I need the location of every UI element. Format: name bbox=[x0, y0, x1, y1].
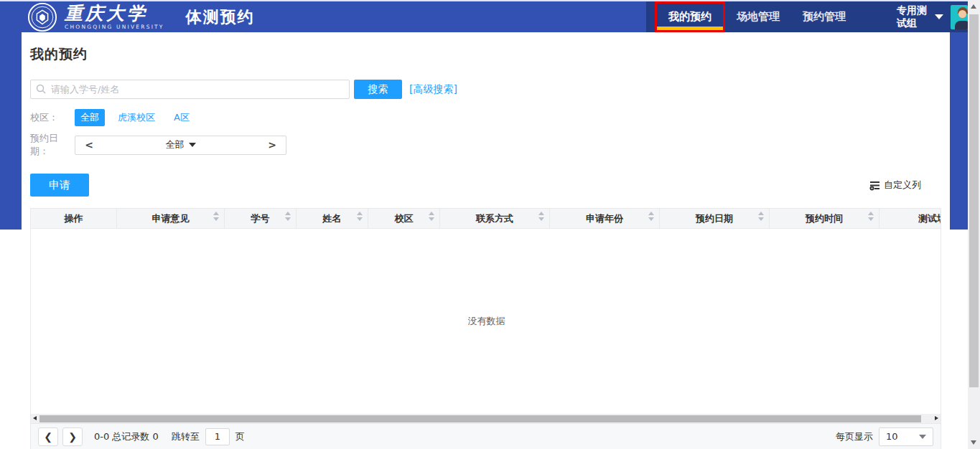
column-header-4[interactable]: 校区 bbox=[368, 209, 440, 228]
record-count-summary: 0-0 总记录数 0 bbox=[94, 430, 159, 443]
search-input[interactable] bbox=[30, 80, 350, 99]
date-filter-row: 预约日期： < 全部 > bbox=[30, 132, 941, 158]
scroll-down-arrow-icon[interactable] bbox=[971, 440, 976, 445]
page-unit-label: 页 bbox=[235, 430, 245, 443]
column-header-5[interactable]: 联系方式 bbox=[440, 209, 550, 228]
campus-option-2[interactable]: A区 bbox=[168, 109, 195, 126]
per-page-select[interactable]: 10 bbox=[879, 427, 933, 446]
date-filter-label: 预约日期： bbox=[30, 132, 75, 158]
sort-icon[interactable] bbox=[538, 212, 544, 221]
column-header-label: 预约时间 bbox=[806, 212, 843, 225]
advanced-search-link[interactable]: [高级搜索] bbox=[409, 83, 457, 96]
chevron-down-icon bbox=[189, 143, 196, 147]
date-value-dropdown[interactable]: 全部 bbox=[166, 138, 196, 151]
sort-icon[interactable] bbox=[429, 212, 434, 221]
campus-option-0[interactable]: 全部 bbox=[75, 109, 105, 126]
column-header-label: 学号 bbox=[251, 212, 270, 225]
active-tab-underline bbox=[657, 27, 723, 30]
search-button[interactable]: 搜索 bbox=[354, 80, 402, 99]
campus-filter-label: 校区： bbox=[30, 111, 75, 124]
brand: 重庆大学 CHONGQING UNIVERSITY 体测预约 bbox=[27, 2, 255, 32]
per-page-label: 每页显示 bbox=[836, 430, 873, 443]
sort-icon[interactable] bbox=[213, 212, 219, 221]
avatar[interactable] bbox=[951, 5, 968, 29]
campus-option-1[interactable]: 虎溪校区 bbox=[112, 109, 161, 126]
column-header-8[interactable]: 预约时间 bbox=[770, 209, 879, 228]
user-group-label: 专用测试组 bbox=[897, 4, 929, 30]
nav-item-label: 预约管理 bbox=[803, 10, 846, 24]
nav-bar: 我的预约场地管理预约管理 专用测试组 bbox=[646, 1, 968, 32]
column-header-0: 操作 bbox=[31, 209, 117, 228]
column-header-label: 联系方式 bbox=[476, 212, 513, 225]
sort-icon[interactable] bbox=[758, 212, 764, 221]
prev-page-button[interactable]: ❮ bbox=[38, 427, 58, 446]
university-name-en: CHONGQING UNIVERSITY bbox=[65, 24, 164, 30]
university-logo-icon bbox=[27, 2, 57, 32]
date-next-button[interactable]: > bbox=[267, 139, 277, 151]
toolbar-row: 申请 自定义列 bbox=[30, 174, 941, 197]
university-name-cn: 重庆大学 bbox=[65, 4, 164, 22]
column-header-3[interactable]: 姓名 bbox=[297, 209, 368, 228]
content-card: 我的预约 搜索 [高级搜索] 校区： 全部虎溪校区A区 预约日期： < 全部 >… bbox=[22, 32, 950, 445]
column-header-label: 测试场地 bbox=[918, 212, 941, 225]
search-icon bbox=[36, 84, 46, 94]
column-header-label: 申请意见 bbox=[152, 212, 190, 225]
column-header-label: 姓名 bbox=[323, 212, 342, 225]
next-page-button[interactable]: ❯ bbox=[62, 427, 83, 446]
apply-button[interactable]: 申请 bbox=[30, 174, 89, 197]
app-title: 体测预约 bbox=[186, 6, 255, 28]
nav-item-label: 场地管理 bbox=[737, 10, 780, 24]
per-page-control: 每页显示 10 bbox=[836, 427, 933, 446]
scroll-left-arrow-icon[interactable] bbox=[33, 416, 37, 420]
sort-icon[interactable] bbox=[648, 212, 654, 221]
topbar: 重庆大学 CHONGQING UNIVERSITY 体测预约 我的预约场地管理预… bbox=[0, 1, 968, 32]
table-body: 没有数据 bbox=[31, 229, 941, 414]
column-header-1[interactable]: 申请意见 bbox=[117, 209, 225, 228]
pagination-bar: ❮ ❯ 0-0 总记录数 0 跳转至 页 每页显示 10 bbox=[30, 423, 941, 449]
column-header-9[interactable]: 测试场地 bbox=[879, 209, 941, 228]
customize-columns-label: 自定义列 bbox=[884, 179, 921, 192]
nav-item-2[interactable]: 预约管理 bbox=[791, 1, 857, 32]
user-menu[interactable]: 专用测试组 bbox=[897, 4, 943, 30]
jump-to-label: 跳转至 bbox=[172, 430, 200, 443]
nav-item-1[interactable]: 场地管理 bbox=[725, 1, 791, 32]
column-header-label: 申请年份 bbox=[586, 212, 623, 225]
chevron-down-icon bbox=[919, 435, 926, 439]
university-name: 重庆大学 CHONGQING UNIVERSITY bbox=[65, 4, 164, 30]
search-row: 搜索 [高级搜索] bbox=[30, 80, 941, 99]
horizontal-scrollbar-thumb[interactable] bbox=[39, 415, 921, 422]
per-page-value: 10 bbox=[886, 431, 898, 442]
column-header-label: 预约日期 bbox=[696, 212, 733, 225]
horizontal-scrollbar[interactable] bbox=[30, 414, 941, 423]
sort-icon[interactable] bbox=[285, 212, 291, 221]
column-header-2[interactable]: 学号 bbox=[225, 209, 297, 228]
page-title: 我的预约 bbox=[30, 32, 941, 64]
appointments-table: 操作申请意见学号姓名校区联系方式申请年份预约日期预约时间测试场地 没有数据 bbox=[30, 208, 941, 414]
vertical-scrollbar[interactable] bbox=[968, 0, 980, 449]
column-header-7[interactable]: 预约日期 bbox=[660, 209, 770, 228]
nav-item-label: 我的预约 bbox=[668, 10, 711, 24]
sort-icon[interactable] bbox=[357, 212, 363, 221]
search-box bbox=[30, 80, 350, 99]
page-number-input[interactable] bbox=[205, 428, 230, 445]
sort-icon[interactable] bbox=[868, 212, 874, 221]
column-settings-icon bbox=[869, 180, 880, 191]
table-header-row: 操作申请意见学号姓名校区联系方式申请年份预约日期预约时间测试场地 bbox=[31, 209, 941, 229]
nav-item-0[interactable]: 我的预约 bbox=[655, 1, 725, 32]
date-prev-button[interactable]: < bbox=[84, 139, 94, 151]
scroll-up-arrow-icon[interactable] bbox=[971, 4, 976, 9]
date-picker: < 全部 > bbox=[75, 136, 286, 155]
column-header-label: 操作 bbox=[65, 212, 83, 225]
vertical-scrollbar-thumb[interactable] bbox=[969, 14, 979, 387]
empty-state-text: 没有数据 bbox=[468, 315, 505, 328]
top-strip bbox=[0, 0, 968, 1]
column-header-label: 校区 bbox=[395, 212, 414, 225]
scroll-right-arrow-icon[interactable] bbox=[935, 416, 938, 420]
customize-columns-button[interactable]: 自定义列 bbox=[869, 179, 921, 192]
campus-filter-row: 校区： 全部虎溪校区A区 bbox=[30, 109, 941, 126]
column-header-6[interactable]: 申请年份 bbox=[550, 209, 660, 228]
chevron-down-icon bbox=[935, 14, 943, 19]
